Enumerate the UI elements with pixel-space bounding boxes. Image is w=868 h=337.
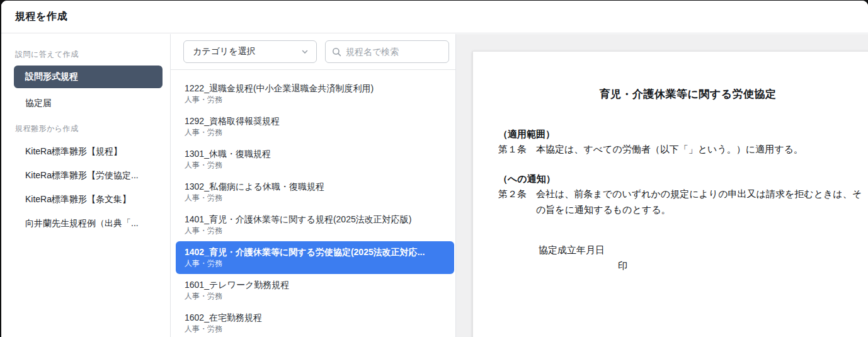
template-list-panel: カテゴリを選択 1222_退職金規程(中小企業退職金共済制度利用) 人事・労務 … xyxy=(171,34,455,337)
list-item-1602[interactable]: 1602_在宅勤務規程 人事・労務 xyxy=(176,307,454,337)
list-item-1302[interactable]: 1302_私傷病による休職・復職規程 人事・労務 xyxy=(176,176,454,208)
preview-panel: 育児・介護休業等に関する労使協定 （適用範囲） 第１条 本協定は、すべての労働者… xyxy=(456,34,868,337)
sidebar-item-kitera-template-articles[interactable]: KiteRa標準雛形【条文集】 xyxy=(14,188,169,212)
list-item-1292[interactable]: 1292_資格取得報奨規程 人事・労務 xyxy=(176,110,454,143)
document-page: 育児・介護休業等に関する労使協定 （適用範囲） 第１条 本協定は、すべての労働者… xyxy=(472,51,868,337)
document-article-2-line-1: 第２条 会社は、前条までのいずれかの規定によりの申出又は請求を拒むときは、そ xyxy=(498,186,868,202)
search-icon xyxy=(332,47,341,57)
search-box[interactable] xyxy=(325,40,449,63)
sidebar-item-kitera-template-rules[interactable]: KiteRa標準雛形【規程】 xyxy=(14,140,169,164)
list-item-1601[interactable]: 1601_テレワーク勤務規程 人事・労務 xyxy=(176,274,454,307)
document-seal-mark: 印 xyxy=(498,258,868,273)
document-heading-notice: （への通知） xyxy=(498,172,868,186)
sidebar-item-kitera-template-labor-agreement[interactable]: KiteRa標準雛形【労使協定... xyxy=(14,164,169,188)
sidebar-item-question-format-rules[interactable]: 設問形式規程 xyxy=(14,66,163,88)
document-agreement-date-line: 協定成立年月日 xyxy=(498,242,868,258)
search-input[interactable] xyxy=(346,47,442,57)
document-article-1: 第１条 本協定は、すべての労働者（以下「」という。）に適用する。 xyxy=(498,141,868,157)
document-title: 育児・介護休業等に関する労使協定 xyxy=(498,87,868,101)
page-title: 規程を作成 xyxy=(15,10,67,23)
filter-bar: カテゴリを選択 xyxy=(171,34,455,70)
sidebar-section-label-from-templates: 規程雛形から作成 xyxy=(15,123,169,134)
list-item-1401[interactable]: 1401_育児・介護休業等に関する規程(2025法改正対応版) 人事・労務 xyxy=(176,208,454,241)
document-heading-scope: （適用範囲） xyxy=(498,127,868,141)
chevron-down-icon xyxy=(301,48,309,55)
sidebar-item-mukai-examples[interactable]: 向井蘭先生規程例（出典「... xyxy=(14,212,169,236)
document-article-2-line-2: の旨をに通知するものとする。 xyxy=(498,202,868,217)
template-list: 1222_退職金規程(中小企業退職金共済制度利用) 人事・労務 1292_資格取… xyxy=(171,70,455,337)
sidebar: 設問に答えて作成 設問形式規程 協定届 規程雛形から作成 KiteRa標準雛形【… xyxy=(1,34,169,337)
app-header: 規程を作成 xyxy=(1,1,868,33)
list-item-1402-selected[interactable]: 1402_育児・介護休業等に関する労使協定(2025法改正対応... 人事・労務 xyxy=(176,241,454,274)
sidebar-item-agreement-notification[interactable]: 協定届 xyxy=(14,91,169,116)
list-item-1301[interactable]: 1301_休職・復職規程 人事・労務 xyxy=(176,143,454,176)
category-select[interactable]: カテゴリを選択 xyxy=(183,40,317,63)
app-window: 規程を作成 設問に答えて作成 設問形式規程 協定届 規程雛形から作成 KiteR… xyxy=(1,1,868,337)
sidebar-section-label-answer-questions: 設問に答えて作成 xyxy=(15,49,169,60)
category-select-value: カテゴリを選択 xyxy=(193,46,256,57)
list-item-1222[interactable]: 1222_退職金規程(中小企業退職金共済制度利用) 人事・労務 xyxy=(176,77,454,110)
